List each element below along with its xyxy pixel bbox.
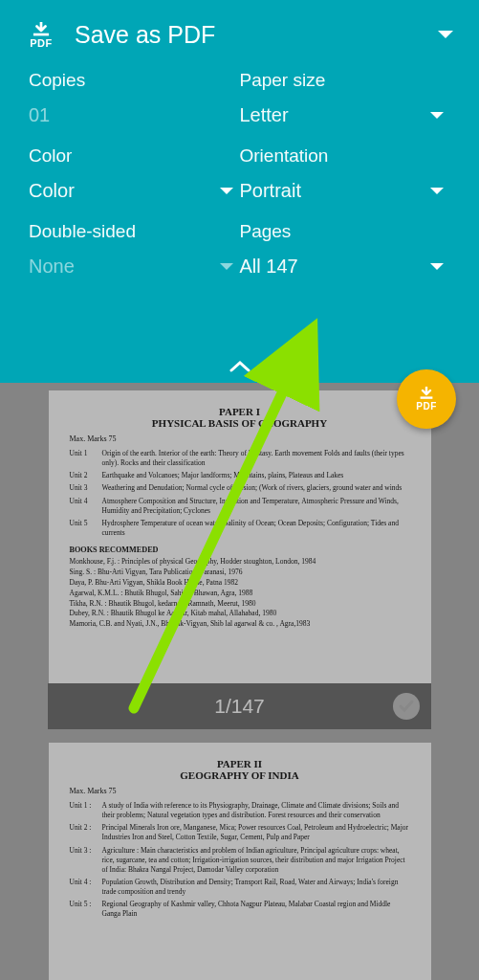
page1-books-heading: BOOKS RECOMMEDED [70, 546, 410, 554]
download-icon [417, 387, 436, 402]
syllabus-unit: Unit 2Earthquake and Volcanoes; Major la… [70, 471, 410, 480]
page1-heading: PAPER I [70, 406, 410, 417]
color-field[interactable]: Color Color [29, 145, 240, 202]
paper-size-value: Letter [240, 104, 289, 126]
collapse-panel-button[interactable] [0, 354, 479, 377]
syllabus-unit: Unit 5 :Regional Geography of Kashmir va… [70, 900, 410, 919]
copies-value[interactable]: 01 [29, 104, 50, 126]
save-pdf-icon: PDF [25, 22, 57, 49]
panel-title: Save as PDF [75, 21, 420, 49]
pages-field[interactable]: Pages All 147 [240, 221, 451, 278]
orientation-value: Portrait [240, 180, 301, 202]
syllabus-unit: Unit 1Origin of the earth. Interior of t… [70, 449, 410, 468]
title-row[interactable]: PDF Save as PDF [0, 0, 479, 62]
chevron-down-icon[interactable] [219, 187, 234, 196]
syllabus-unit: Unit 3Weathering and Denudation; Normal … [70, 483, 410, 493]
preview-page-2[interactable]: PAPER II GEOGRAPHY OF INDIA Max. Marks 7… [49, 743, 431, 980]
book-line: Daya, P. Bhu-Arti Vigyan, Shikla Book Ho… [70, 578, 410, 589]
double-sided-label: Double-sided [29, 221, 240, 242]
svg-rect-0 [33, 33, 49, 35]
paper-size-label: Paper size [240, 70, 451, 91]
double-sided-field[interactable]: Double-sided None [29, 221, 240, 278]
syllabus-unit: Unit 3 :Agriculture : Main characteristi… [70, 846, 410, 875]
page-indicator-bar: 1/147 [48, 683, 431, 729]
book-line: Sing. S. : Bhu-Arti Vigyan, Tara Publica… [70, 568, 410, 578]
paper-size-field[interactable]: Paper size Letter [240, 70, 451, 126]
page2-heading: PAPER II [70, 758, 410, 769]
book-line: Tikha, R.N. : Bhautik Bhugol, kedarnath … [70, 599, 410, 610]
page1-subheading: PHYSICAL BASIS OF GEOGRAPHY [70, 417, 410, 429]
pages-value: All 147 [240, 256, 298, 278]
preview-area[interactable]: PAPER I PHYSICAL BASIS OF GEOGRAPHY Max.… [0, 383, 479, 980]
chevron-down-icon[interactable] [429, 262, 445, 272]
page-indicator-text: 1/147 [214, 695, 265, 718]
book-line: Monkhouse, F.j. : Principles of physical… [70, 557, 410, 568]
copies-label: Copies [29, 70, 240, 91]
book-line: Mamoria, C.B. and Nyati, J.N., Bhautik-V… [70, 619, 410, 630]
syllabus-unit: Unit 4Atmosphere Composition and Structu… [70, 497, 410, 516]
copies-field[interactable]: Copies 01 [29, 70, 240, 126]
syllabus-unit: Unit 2 :Principal Minerals Iron ore, Man… [70, 823, 410, 842]
syllabus-unit: Unit 5Hydrosphere Temperature of ocean w… [70, 519, 410, 538]
print-settings-panel: PDF Save as PDF Copies 01 Paper size Let… [0, 0, 479, 383]
save-pdf-fab[interactable]: PDF [397, 369, 456, 429]
svg-rect-1 [421, 396, 433, 398]
syllabus-unit: Unit 4 :Population Growth, Distribution … [70, 878, 410, 897]
preview-page-1[interactable]: PAPER I PHYSICAL BASIS OF GEOGRAPHY Max.… [49, 390, 431, 683]
orientation-label: Orientation [240, 145, 451, 167]
color-value: Color [29, 180, 75, 202]
book-line: Agarwal, K.M.L. : Bhutik Bhugol, Sahitya… [70, 589, 410, 599]
select-page-check-icon[interactable] [393, 693, 420, 720]
color-label: Color [29, 145, 240, 167]
orientation-field[interactable]: Orientation Portrait [240, 145, 451, 202]
page1-maxmarks: Max. Marks 75 [70, 434, 410, 443]
chevron-down-icon[interactable] [429, 111, 445, 121]
syllabus-unit: Unit 1 :A study of India with reference … [70, 801, 410, 820]
page2-subheading: GEOGRAPHY OF INDIA [70, 769, 410, 781]
pages-label: Pages [240, 221, 451, 242]
book-line: Dubey, R.N. : Bhautik Bhugol ke Aadhar, … [70, 609, 410, 619]
double-sided-value: None [29, 256, 75, 278]
page2-maxmarks: Max. Marks 75 [70, 787, 410, 795]
chevron-down-icon[interactable] [429, 187, 445, 196]
destination-dropdown-icon[interactable] [437, 27, 454, 44]
chevron-up-icon [229, 360, 250, 373]
chevron-down-icon [219, 262, 234, 272]
